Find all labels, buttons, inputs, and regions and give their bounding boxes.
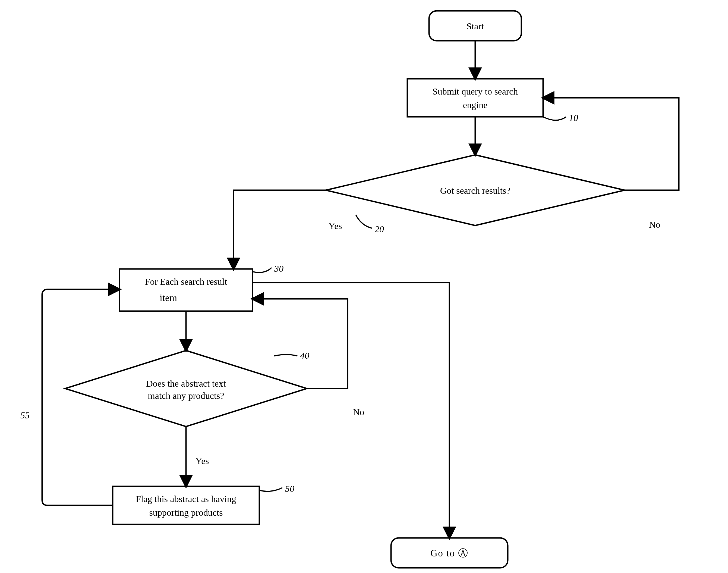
node-got-results: Got search results? bbox=[326, 155, 624, 225]
submit-label-l2: engine bbox=[463, 100, 488, 110]
edge-abstract-no-loop bbox=[253, 299, 348, 388]
start-label: Start bbox=[466, 21, 484, 31]
edge-flag-loop-to-foreach bbox=[42, 290, 119, 505]
edge-foreach-to-gotoa bbox=[253, 282, 449, 538]
ref-30: 30 bbox=[274, 264, 283, 274]
ref-55: 55 bbox=[20, 410, 30, 420]
node-goto-a: Go to Ⓐ bbox=[391, 538, 508, 568]
node-submit-query: Submit query to search engine bbox=[407, 79, 543, 117]
svg-rect-3 bbox=[119, 269, 253, 311]
abstract-label-l2: match any products? bbox=[148, 391, 224, 401]
ref-10: 10 bbox=[569, 113, 578, 123]
svg-marker-4 bbox=[65, 351, 307, 426]
got-results-label: Got search results? bbox=[440, 186, 510, 196]
flowchart-diagram: Start Submit query to search engine 10 G… bbox=[0, 0, 728, 573]
goto-a-label: Go to Ⓐ bbox=[430, 548, 468, 559]
label-no-abstract: No bbox=[353, 407, 365, 417]
node-start: Start bbox=[429, 11, 521, 41]
ref-50: 50 bbox=[285, 484, 294, 494]
svg-rect-5 bbox=[113, 486, 259, 524]
ref-40: 40 bbox=[300, 351, 309, 361]
flag-label-l2: supporting products bbox=[149, 508, 223, 518]
node-abstract-match: Does the abstract text match any product… bbox=[65, 351, 307, 426]
label-yes-gotresults: Yes bbox=[329, 221, 342, 231]
label-yes-abstract: Yes bbox=[195, 456, 209, 466]
foreach-label-l2: item bbox=[160, 292, 177, 303]
label-no-gotresults: No bbox=[649, 219, 660, 229]
svg-rect-1 bbox=[407, 79, 543, 117]
node-flag-abstract: Flag this abstract as having supporting … bbox=[113, 486, 259, 524]
submit-label-l1: Submit query to search bbox=[433, 87, 518, 97]
foreach-label-l1: For Each search result bbox=[145, 276, 227, 286]
flag-label-l1: Flag this abstract as having bbox=[136, 494, 236, 504]
node-for-each: For Each search result item bbox=[119, 269, 253, 311]
abstract-label-l1: Does the abstract text bbox=[146, 378, 226, 388]
ref-20: 20 bbox=[375, 224, 384, 234]
edge-gotresults-yes-to-foreach bbox=[233, 190, 326, 269]
